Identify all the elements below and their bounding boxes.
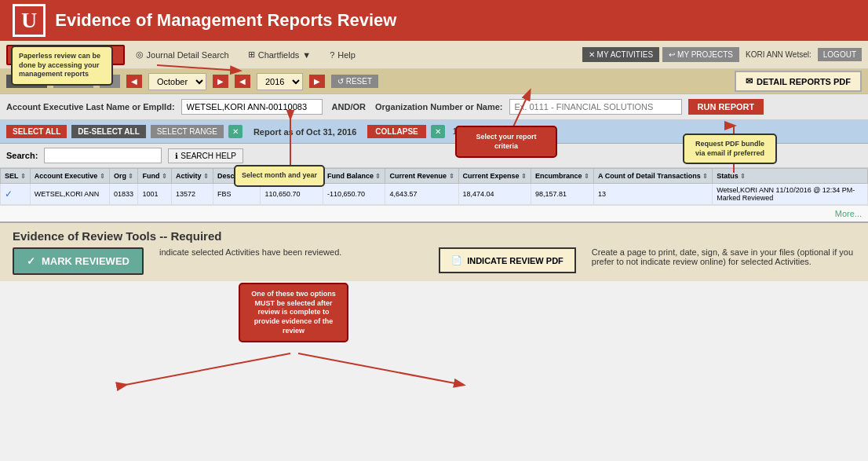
my-projects-label: MY PROJECTS bbox=[677, 50, 733, 59]
collapse-btn[interactable]: COLLAPSE bbox=[367, 125, 425, 138]
table-container: SEL ⇕ Account Executive ⇕ Org ⇕ Fund ⇕ A… bbox=[0, 168, 868, 221]
reset-btn[interactable]: ↺ RESET bbox=[331, 75, 378, 88]
chartfields-label: Chartfields bbox=[258, 50, 300, 60]
col-status[interactable]: Status ⇕ bbox=[713, 169, 868, 184]
select-all-btn[interactable]: SELECT ALL bbox=[6, 125, 67, 138]
cell-current-revenue: 4,643.57 bbox=[385, 184, 458, 205]
evidence-section: Evidence of Review Tools -- Required ✓ M… bbox=[0, 221, 868, 281]
search-help-label: SEARCH HELP bbox=[181, 152, 236, 160]
help-label: Help bbox=[337, 50, 356, 60]
request-pdf-callout: Request PDF bundle via email if preferre… bbox=[683, 134, 777, 164]
indicate-pdf-label: INDICATE REVIEW PDF bbox=[467, 256, 563, 265]
help-btn[interactable]: ? Help bbox=[322, 46, 363, 64]
search-input[interactable] bbox=[44, 148, 162, 163]
university-logo: U bbox=[13, 4, 46, 37]
col-fund[interactable]: Fund ⇕ bbox=[138, 169, 172, 184]
navbar: ⌂ Management Reports ◎ Journal Detail Se… bbox=[0, 41, 868, 69]
nav-right: ✕ MY ACTIVITIES ↩ MY PROJECTS KORI ANN W… bbox=[582, 47, 862, 62]
andor-label: AND/OR bbox=[332, 102, 366, 112]
year-select[interactable]: 2016 bbox=[257, 73, 303, 90]
search-help-btn[interactable]: ℹ SEARCH HELP bbox=[168, 148, 243, 163]
page-wrapper: U Evidence of Management Reports Review … bbox=[0, 0, 868, 281]
col-activity[interactable]: Activity ⇕ bbox=[171, 169, 213, 184]
my-activities-btn[interactable]: ✕ MY ACTIVITIES bbox=[582, 47, 660, 62]
secondary-bar: Activity Budget 4 ◀ October ▶ ◀ 2016 ▶ ↺… bbox=[0, 69, 868, 94]
journal-detail-label: Journal Detail Search bbox=[147, 50, 229, 60]
col-account-exec[interactable]: Account Executive ⇕ bbox=[30, 169, 109, 184]
criteria-section: Account Executive Last Name or EmplId: A… bbox=[0, 94, 868, 120]
cell-account-exec: WETSEL,KORI ANN bbox=[30, 184, 109, 205]
svg-line-4 bbox=[298, 353, 463, 385]
chartfields-btn[interactable]: ⊞ Chartfields ▼ bbox=[240, 46, 319, 64]
org-number-label: Organization Number or Name: bbox=[375, 102, 503, 112]
col-fund-balance[interactable]: Fund Balance ⇕ bbox=[323, 169, 385, 184]
search-label: Search: bbox=[6, 151, 38, 160]
month-select[interactable]: October bbox=[148, 73, 206, 90]
my-activities-label: MY ACTIVITIES bbox=[597, 50, 654, 59]
green-x-btn-2[interactable]: ✕ bbox=[431, 125, 445, 138]
question-icon: ? bbox=[330, 50, 334, 60]
evidence-row: ✓ MARK REVIEWED indicate selected Activi… bbox=[13, 247, 855, 275]
green-x-btn[interactable]: ✕ bbox=[228, 125, 243, 138]
detail-pdf-label: DETAIL REPORTS PDF bbox=[757, 77, 851, 86]
projects-icon: ↩ bbox=[669, 50, 675, 59]
prev-year-btn[interactable]: ◀ bbox=[235, 75, 250, 88]
more-link[interactable]: More... bbox=[0, 205, 868, 221]
col-current-expense[interactable]: Current Expense ⇕ bbox=[458, 169, 531, 184]
cell-current-expense: 18,474.04 bbox=[458, 184, 531, 205]
must-select-callout: One of these two options MUST be selecte… bbox=[239, 283, 348, 342]
col-encumbrance[interactable]: Encumbrance ⇕ bbox=[531, 169, 594, 184]
cell-count: 13 bbox=[594, 184, 713, 205]
indicate-pdf-desc: Create a page to print, date, sign, & sa… bbox=[592, 247, 855, 266]
col-sel[interactable]: SEL ⇕ bbox=[1, 169, 31, 184]
paperless-callout: Paperless review can be done by accessin… bbox=[11, 46, 113, 86]
header: U Evidence of Management Reports Review bbox=[0, 0, 868, 41]
evidence-title: Evidence of Review Tools -- Required bbox=[13, 229, 855, 243]
table-icon: ⊞ bbox=[248, 49, 255, 60]
cell-fund-balance: -110,650.70 bbox=[323, 184, 385, 205]
run-report-btn[interactable]: RUN REPORT bbox=[688, 99, 764, 115]
mark-reviewed-btn[interactable]: ✓ MARK REVIEWED bbox=[13, 247, 144, 275]
cell-activity: 13572 bbox=[171, 184, 213, 205]
report-date: Report as of Oct 31, 2016 bbox=[253, 127, 356, 137]
cell-status: Wetsel,KORI ANN 11/10/2016 @ 12:34 PM-Ma… bbox=[713, 184, 868, 205]
month-year-callout: Select month and year bbox=[234, 165, 325, 187]
detail-pdf-btn[interactable]: ✉ DETAIL REPORTS PDF bbox=[735, 71, 862, 92]
col-org[interactable]: Org ⇕ bbox=[109, 169, 138, 184]
circle-icon: ◎ bbox=[136, 49, 144, 60]
logout-btn[interactable]: LOGOUT bbox=[818, 48, 862, 61]
must-select-arrows bbox=[0, 346, 549, 408]
cell-sel: ✓ bbox=[1, 184, 31, 205]
select-criteria-callout: Select your report criteria bbox=[455, 126, 557, 158]
svg-line-3 bbox=[126, 353, 290, 385]
journal-detail-btn[interactable]: ◎ Journal Detail Search bbox=[128, 46, 237, 64]
pdf-icon: 📄 bbox=[451, 255, 462, 265]
cell-org: 01833 bbox=[109, 184, 138, 205]
col-current-revenue[interactable]: Current Revenue ⇕ bbox=[385, 169, 458, 184]
username: KORI ANN Wetsel: bbox=[746, 50, 811, 59]
col-count[interactable]: A Count of Detail Transactions ⇕ bbox=[594, 169, 713, 184]
mark-reviewed-label: MARK REVIEWED bbox=[42, 255, 129, 267]
org-number-input[interactable] bbox=[509, 99, 682, 115]
next-month-btn[interactable]: ▶ bbox=[213, 75, 228, 88]
cell-fund: 1001 bbox=[138, 184, 172, 205]
x-icon: ✕ bbox=[589, 50, 595, 59]
deselect-all-btn[interactable]: DE-SELECT ALL bbox=[71, 125, 146, 138]
mark-reviewed-desc: indicate selected Activities have been r… bbox=[159, 247, 423, 257]
cell-encumbrance: 98,157.81 bbox=[531, 184, 594, 205]
select-range-btn[interactable]: SELECT RANGE bbox=[151, 125, 224, 138]
dropdown-icon: ▼ bbox=[302, 50, 311, 60]
next-year-btn[interactable]: ▶ bbox=[309, 75, 325, 88]
envelope-icon: ✉ bbox=[746, 76, 753, 86]
my-projects-btn[interactable]: ↩ MY PROJECTS bbox=[662, 47, 739, 62]
account-exec-label: Account Executive Last Name or EmplId: bbox=[6, 102, 175, 112]
account-exec-input[interactable] bbox=[181, 99, 323, 115]
results-table: SEL ⇕ Account Executive ⇕ Org ⇕ Fund ⇕ A… bbox=[0, 168, 868, 205]
table-row[interactable]: ✓ WETSEL,KORI ANN 01833 1001 13572 FBS 1… bbox=[1, 184, 868, 205]
info-icon: ℹ bbox=[175, 152, 178, 160]
indicate-pdf-btn[interactable]: 📄 INDICATE REVIEW PDF bbox=[439, 247, 576, 273]
page-title: Evidence of Management Reports Review bbox=[55, 10, 396, 31]
prev-month-btn[interactable]: ◀ bbox=[126, 75, 142, 88]
checkmark-icon: ✓ bbox=[27, 255, 35, 267]
